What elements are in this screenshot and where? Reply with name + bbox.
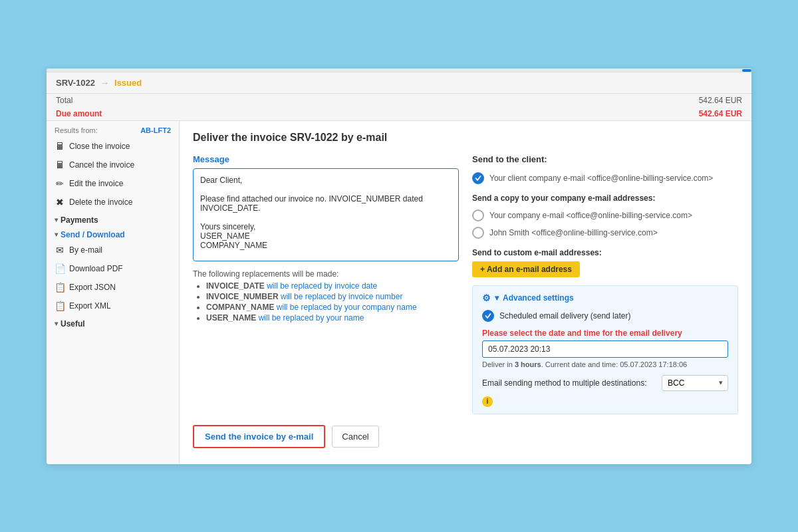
edit-invoice-icon: ✏	[55, 178, 65, 189]
sidebar-item-download-pdf[interactable]: 📄 Download PDF	[47, 259, 179, 278]
sidebar-item-export-json[interactable]: 📋 Export JSON	[47, 278, 179, 297]
company-email-empty-icon-0	[472, 209, 484, 221]
replacement-desc-1: will be replaced by invoice number	[281, 292, 402, 301]
sidebar-item-cancel-invoice[interactable]: 🖩 Cancel the invoice	[47, 156, 179, 174]
deliver-info: Deliver in 3 hours. Current date and tim…	[482, 360, 728, 368]
sidebar-item-close-invoice[interactable]: 🖩 Close the invoice	[47, 137, 179, 156]
replacement-item-2: COMPANY_NAME will be replaced by your co…	[206, 303, 459, 312]
scrollbar-thumb[interactable]	[742, 69, 751, 72]
cancel-invoice-label: Cancel the invoice	[69, 160, 134, 170]
total-row: Total 542.64 EUR	[47, 94, 751, 107]
client-email-checked-icon	[472, 172, 484, 184]
useful-chevron: ▾	[55, 320, 58, 327]
replacements-section: The following replacements will be made:…	[193, 269, 459, 323]
replacement-var-3: USER_NAME	[206, 313, 256, 323]
arrow-icon: →	[100, 78, 109, 88]
payments-chevron: ▾	[55, 216, 58, 223]
message-line1: Dear Client,	[200, 176, 452, 185]
due-amount-row: Due amount 542.64 EUR	[47, 107, 751, 121]
payments-label: Payments	[61, 215, 98, 225]
results-from-label: Results from:	[55, 126, 98, 134]
add-email-button[interactable]: + Add an e-mail address	[472, 261, 580, 277]
message-line5: Yours sincerely,	[200, 222, 452, 231]
scrollbar-area	[47, 68, 751, 72]
company-email-option-0[interactable]: Your company e-mail <office@online-billi…	[472, 207, 738, 224]
replacements-list: INVOICE_DATE will be replaced by invoice…	[206, 281, 459, 323]
sidebar-section-payments[interactable]: ▾ Payments	[47, 211, 179, 226]
method-select[interactable]: BCC TO CC	[662, 375, 728, 391]
useful-label: Useful	[61, 319, 85, 329]
custom-email-title: Send to custom e-mail addresses:	[472, 248, 738, 257]
date-select-label: Please select the date and time for the …	[482, 329, 728, 338]
content-area: Results from: AB-LFT2 🖩 Close the invoic…	[47, 121, 751, 464]
advanced-settings-panel: ⚙ ▾ Advanced settings Scheduled email de…	[472, 285, 738, 414]
close-invoice-label: Close the invoice	[69, 142, 130, 151]
invoice-status: Issued	[114, 78, 142, 88]
message-line7: COMPANY_NAME	[200, 241, 452, 250]
sidebar-item-by-email[interactable]: ✉ By e-mail	[47, 241, 179, 259]
company-email-text-1: John Smith <office@online-billing-servic…	[489, 228, 658, 237]
ref-link[interactable]: AB-LFT2	[140, 126, 171, 134]
client-email-option[interactable]: Your client company e-mail <office@onlin…	[472, 170, 738, 187]
replacement-item-3: USER_NAME will be replaced by your name	[206, 313, 459, 323]
replacement-desc-2: will be replaced by your company name	[277, 303, 417, 312]
sidebar-item-edit-invoice[interactable]: ✏ Edit the invoice	[47, 174, 179, 193]
total-value: 542.64 EUR	[699, 96, 742, 105]
send-download-chevron: ▾	[55, 231, 58, 238]
replacement-item-1: INVOICE_NUMBER will be replaced by invoi…	[206, 292, 459, 301]
export-xml-icon: 📋	[55, 301, 65, 311]
advanced-chevron: ▾	[495, 293, 499, 303]
export-json-label: Export JSON	[69, 283, 116, 292]
export-xml-label: Export XML	[69, 301, 111, 311]
download-pdf-icon: 📄	[55, 263, 65, 274]
company-email-option-1[interactable]: John Smith <office@online-billing-servic…	[472, 224, 738, 241]
email-method-row: Email sending method to multiple destina…	[482, 375, 728, 391]
export-json-icon: 📋	[55, 282, 65, 293]
by-email-icon: ✉	[55, 245, 65, 255]
advanced-settings-label: Advanced settings	[503, 293, 574, 303]
edit-invoice-label: Edit the invoice	[69, 179, 123, 188]
two-col-layout: Message Dear Client, Please find attache…	[193, 154, 738, 414]
due-amount-value: 542.64 EUR	[699, 109, 742, 118]
due-amount-label: Due amount	[56, 109, 102, 118]
message-line6: USER_NAME	[200, 231, 452, 241]
total-label: Total	[56, 96, 72, 105]
close-invoice-icon: 🖩	[55, 141, 65, 152]
delete-invoice-icon: ✖	[55, 197, 65, 207]
replacement-desc-3: will be replaced by your name	[259, 313, 364, 323]
replacements-intro: The following replacements will be made:	[193, 269, 459, 279]
company-email-empty-icon-1	[472, 227, 484, 239]
invoice-header: SRV-1022 → Issued	[47, 72, 751, 94]
copy-label: Send a copy to your company e-mail addre…	[472, 194, 738, 203]
sidebar: Results from: AB-LFT2 🖩 Close the invoic…	[47, 121, 180, 464]
replacement-var-1: INVOICE_NUMBER	[206, 292, 279, 301]
scheduled-check-icon	[482, 310, 494, 322]
date-input[interactable]	[482, 340, 728, 358]
sidebar-section-send-download[interactable]: ▾ Send / Download	[47, 226, 179, 241]
main-content: Deliver the invoice SRV-1022 by e-mail M…	[180, 121, 751, 464]
replacement-item-0: INVOICE_DATE will be replaced by invoice…	[206, 281, 459, 291]
sidebar-section-useful[interactable]: ▾ Useful	[47, 315, 179, 330]
invoice-id: SRV-1022	[56, 78, 95, 88]
send-to-client-title: Send to the client:	[472, 154, 738, 164]
download-pdf-label: Download PDF	[69, 264, 123, 273]
bottom-buttons: Send the invoice by e-mail Cancel	[193, 414, 738, 454]
replacement-var-0: INVOICE_DATE	[206, 281, 265, 291]
by-email-label: By e-mail	[69, 245, 102, 255]
main-window: SRV-1022 → Issued Total 542.64 EUR Due a…	[47, 68, 751, 464]
send-invoice-button[interactable]: Send the invoice by e-mail	[193, 425, 325, 448]
message-box[interactable]: Dear Client, Please find attached our in…	[193, 168, 459, 261]
sidebar-item-export-xml[interactable]: 📋 Export XML	[47, 297, 179, 315]
message-line3: Please find attached our invoice no. INV…	[200, 194, 452, 213]
cancel-invoice-icon: 🖩	[55, 160, 65, 170]
page-title: Deliver the invoice SRV-1022 by e-mail	[193, 132, 738, 144]
sidebar-item-delete-invoice[interactable]: ✖ Delete the invoice	[47, 193, 179, 211]
sidebar-results: Results from: AB-LFT2	[47, 121, 179, 137]
advanced-settings-header[interactable]: ⚙ ▾ Advanced settings	[482, 293, 728, 303]
replacement-var-2: COMPANY_NAME	[206, 303, 274, 312]
cancel-button[interactable]: Cancel	[332, 426, 378, 448]
scheduled-row: Scheduled email delivery (send later)	[482, 310, 728, 322]
company-email-text-0: Your company e-mail <office@online-billi…	[489, 211, 692, 220]
info-icon: i	[482, 396, 493, 407]
client-email-text: Your client company e-mail <office@onlin…	[489, 174, 713, 183]
